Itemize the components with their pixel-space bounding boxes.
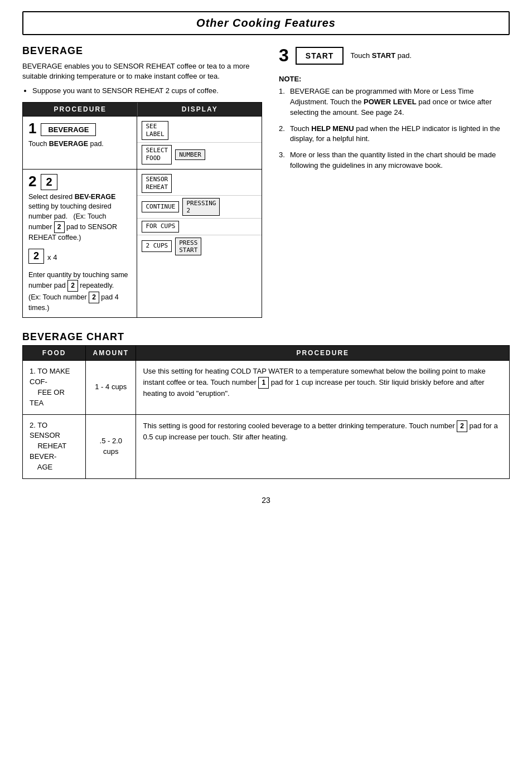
chart-procedure-2: This setting is good for restoring coole… [136,414,510,478]
right-column: 3 START Touch START pad. NOTE: BEVERAGE … [279,45,510,318]
note-section: NOTE: BEVERAGE can be programmed with Mo… [279,75,510,171]
step1-display: SEELABEL SELECTFOOD NUMBER [137,117,262,169]
display-col-header: DISPLAY [137,103,262,116]
step2-left: 2 2 Select desired BEV-ERAGE setting by … [23,170,137,317]
note-item-1: BEVERAGE can be programmed with More or … [279,86,510,118]
step3-area: 3 START Touch START pad. [279,45,510,66]
step2-disp2: CONTINUE PRESSING2 [137,196,262,219]
step2-disp4: 2 CUPS PRESSSTART [137,235,262,258]
beverage-section-title: BEVERAGE [22,45,262,57]
chart-amount-2: .5 - 2.0 cups [86,414,136,478]
step2-number: 2 [28,174,36,188]
note-title: NOTE: [279,75,510,83]
chart-food-1: 1. TO MAKE COF- FEE OR TEA [23,361,86,414]
chart-procedure-1: Use this setting for heating COLD TAP WA… [136,361,510,414]
step2-instruction: Select desired BEV-ERAGE setting by touc… [28,192,131,243]
step3-number: 3 [279,45,289,66]
step1-beverage-label: BEVERAGE [41,123,96,136]
chart-header-procedure: PROCEDURE [136,346,510,361]
beverage-intro1: BEVERAGE enables you to SENSOR REHEAT co… [22,61,262,81]
step2-enter-text: Enter quantity by touching same number p… [28,270,131,313]
step1-disp2: SELECTFOOD NUMBER [137,143,262,167]
beverage-bullet1: Suppose you want to SENSOR REHEAT 2 cups… [32,86,262,96]
step2-pressing: PRESSING2 [182,198,220,216]
step2-disp-box3: FOR CUPS [142,221,179,232]
step1-disp1: SEELABEL [137,119,262,143]
step2-x4-label: x 4 [47,253,57,262]
step3-instruction: Touch START pad. [350,51,412,60]
step2-disp-box4: 2 CUPS [142,240,172,251]
chart-num1: 1 [258,377,269,389]
step2-press-start: PRESSSTART [175,238,201,255]
chart-food-2: 2. TO SENSOR REHEAT BEVER- AGE [23,414,86,478]
table-header: PROCEDURE DISPLAY [23,103,262,116]
chart-header-row: FOOD AMOUNT PROCEDURE [23,346,510,361]
step1-disp-box2: SELECTFOOD [142,145,172,164]
step2-disp-box2: CONTINUE [142,201,179,212]
chart-row-2: 2. TO SENSOR REHEAT BEVER- AGE .5 - 2.0 … [23,414,510,478]
step2-display: SENSORREHEAT CONTINUE PRESSING2 FOR CUPS… [137,170,262,317]
procedure-display-table: PROCEDURE DISPLAY 1 BEVERAGE Touch BEVER… [22,102,262,318]
step2-x4-row: 2 x 4 [28,249,131,266]
step1-number: 1 [28,121,36,135]
note-item-2: Touch HELP MENU pad when the HELP indica… [279,124,510,145]
chart-header-amount: AMOUNT [86,346,136,361]
step1-disp-number: NUMBER [175,149,205,160]
step2-disp-box1: SENSORREHEAT [142,174,172,193]
step2-row: 2 2 Select desired BEV-ERAGE setting by … [23,169,262,317]
note-item-3: More or less than the quantity listed in… [279,150,510,171]
procedure-col-header: PROCEDURE [23,103,137,116]
step2-disp3: FOR CUPS [137,219,262,235]
chart-num2: 2 [457,420,467,432]
chart-header-food: FOOD [23,346,86,361]
page-header: Other Cooking Features [22,11,510,35]
step2-num2: 2 [67,280,78,292]
step1-instruction: Touch BEVERAGE pad. [28,139,131,149]
step2-x4-num: 2 [28,249,44,264]
step1-disp-box1: SEELABEL [142,121,168,141]
step1-row: 1 BEVERAGE Touch BEVERAGE pad. SEELABEL … [23,116,262,169]
beverage-chart: FOOD AMOUNT PROCEDURE 1. TO MAKE COF- FE… [22,345,510,479]
chart-amount-1: 1 - 4 cups [86,361,136,414]
step2-disp1: SENSORREHEAT [137,172,262,196]
page-number: 23 [22,496,510,505]
step1-left: 1 BEVERAGE Touch BEVERAGE pad. [23,117,137,169]
note-list: BEVERAGE can be programmed with More or … [279,86,510,171]
step2-num-ref: 2 [54,221,65,233]
step2-num3: 2 [89,292,99,303]
chart-row-1: 1. TO MAKE COF- FEE OR TEA 1 - 4 cups Us… [23,361,510,414]
start-button-display: START [296,47,344,65]
chart-title: BEVERAGE CHART [22,331,510,343]
step2-inner-num: 2 [41,174,57,190]
